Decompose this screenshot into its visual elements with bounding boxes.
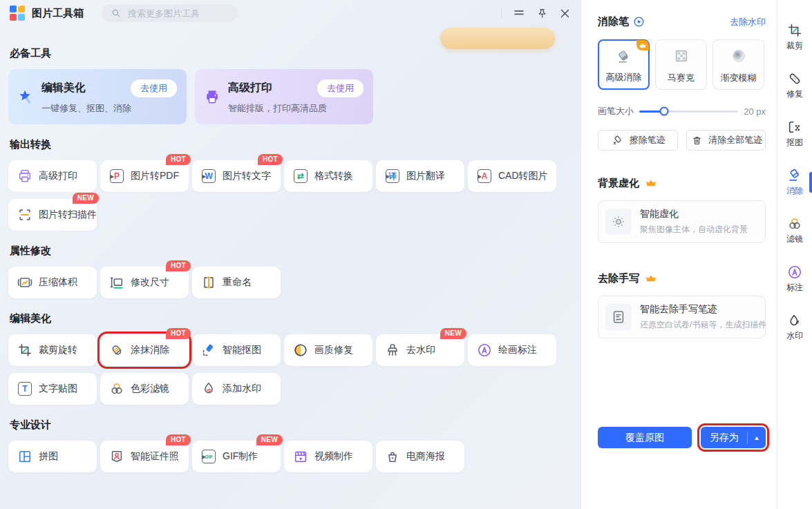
tool-button[interactable]: ⇄格式转换 xyxy=(284,160,372,192)
smart-blur-card[interactable]: 智能虚化聚焦图像主体，自动虚化背景 xyxy=(598,200,766,243)
tool-button[interactable]: 涂抹消除HOT xyxy=(100,334,189,366)
annotate-icon xyxy=(477,343,492,358)
tool-button[interactable]: 绘画标注 xyxy=(468,334,556,366)
menu-icon[interactable] xyxy=(513,7,525,19)
mode-card[interactable]: 马赛克 xyxy=(655,39,707,90)
hero-card-edit[interactable]: 编辑美化去使用一键修复、抠图、消除 xyxy=(8,69,187,124)
remove-handwriting-card[interactable]: 智能去除手写笔迹还原空白试卷/书籍等，生成扫描件 xyxy=(598,296,766,338)
pin-icon[interactable] xyxy=(536,8,548,19)
search-bar[interactable] xyxy=(102,4,238,22)
tool-button[interactable]: 修改尺寸HOT xyxy=(100,267,189,298)
text-icon: T xyxy=(17,381,32,396)
tool-button[interactable]: ▶W图片转文字HOT xyxy=(192,160,281,192)
card-subtitle: 聚焦图像主体，自动虚化背景 xyxy=(640,224,748,236)
clear-all-strokes-button[interactable]: 清除全部笔迹 xyxy=(686,130,766,151)
rail-item-label: 消除 xyxy=(786,185,803,197)
tool-button[interactable]: 图片转扫描件NEW xyxy=(8,199,97,231)
tool-label: 智能证件照 xyxy=(131,450,179,463)
printer-filled-icon xyxy=(205,89,220,104)
app-title: 图片工具箱 xyxy=(32,7,84,20)
tool-button[interactable]: 添加水印 xyxy=(192,373,281,405)
gif-icon: ▶GIF xyxy=(201,449,216,464)
mode-card[interactable]: 高级消除 xyxy=(598,39,650,90)
rail-item-抠图[interactable]: 抠图 xyxy=(777,113,812,155)
rail-item-水印[interactable]: 水印 xyxy=(777,307,812,348)
play-icon[interactable] xyxy=(633,16,645,28)
section-title: 专业设计 xyxy=(10,419,571,432)
rail-item-label: 滤镜 xyxy=(786,233,803,245)
erase-strokes-button[interactable]: 擦除笔迹 xyxy=(598,130,678,151)
erase-icon xyxy=(787,168,802,183)
rail-item-label: 裁剪 xyxy=(786,40,803,52)
panel-title: 消除笔 xyxy=(598,15,629,28)
advanced-erase-icon xyxy=(616,49,632,64)
overwrite-original-button[interactable]: 覆盖原图 xyxy=(598,427,692,448)
tool-label: 格式转换 xyxy=(314,170,353,182)
tool-label: 电商海报 xyxy=(406,450,445,463)
cad-icon: ▶A xyxy=(477,169,492,184)
tool-button[interactable]: 色彩滤镜 xyxy=(100,373,189,405)
tool-button[interactable]: ▶P图片转PDFHOT xyxy=(100,160,189,192)
rail-item-修复[interactable]: 修复 xyxy=(777,65,812,106)
trash-icon xyxy=(689,133,704,148)
tool-button[interactable]: 重命名 xyxy=(192,267,281,298)
crown-icon xyxy=(643,271,659,286)
use-now-button[interactable]: 去使用 xyxy=(317,79,363,97)
tool-button[interactable]: ▶ACAD转图片 xyxy=(468,160,556,192)
format-icon: ⇄ xyxy=(293,169,308,184)
tool-button[interactable]: 画质修复 xyxy=(284,334,372,366)
use-now-button[interactable]: 去使用 xyxy=(131,79,177,97)
badge-new: NEW xyxy=(73,193,99,204)
tool-button[interactable]: 裁剪旋转 xyxy=(8,334,97,366)
rail-item-标注[interactable]: 标注 xyxy=(777,258,812,300)
brush-size-slider[interactable] xyxy=(639,111,738,113)
tool-label: 画质修复 xyxy=(314,344,353,356)
tool-label: CAD转图片 xyxy=(498,170,548,182)
rail-item-滤镜[interactable]: 滤镜 xyxy=(777,210,812,251)
save-as-button[interactable]: 另存为▲ xyxy=(701,427,766,448)
mosaic-icon xyxy=(674,48,689,64)
pdf-icon: ▶P xyxy=(109,169,124,184)
rail-item-裁剪[interactable]: 裁剪 xyxy=(777,17,812,58)
tool-button[interactable]: 智能证件照HOT xyxy=(100,441,189,472)
dropdown-arrow-icon[interactable]: ▲ xyxy=(748,434,766,441)
crown-badge-icon xyxy=(636,40,649,50)
cutout-icon xyxy=(201,343,216,358)
close-icon[interactable] xyxy=(559,8,571,19)
tool-label: 重命名 xyxy=(223,276,252,289)
rail-item-label: 水印 xyxy=(786,330,803,342)
hero-title: 高级打印 xyxy=(228,81,272,95)
tool-button[interactable]: 去水印NEW xyxy=(376,334,464,366)
tool-button[interactable]: 电商海报 xyxy=(376,441,464,472)
tool-button[interactable]: 视频制作 xyxy=(284,441,372,472)
app-window: 图片工具箱 必备工具 编辑美化去使用一键修复、抠图、消除高级打印去使用智能排版，… xyxy=(0,0,812,509)
video-icon xyxy=(293,449,308,464)
repair-icon xyxy=(787,71,802,86)
dewatermark-link[interactable]: 去除水印 xyxy=(730,16,766,28)
tool-button[interactable]: 高级打印 xyxy=(8,160,97,192)
printer-icon xyxy=(17,169,32,184)
tool-button[interactable]: ▶译图片翻译 xyxy=(376,160,464,192)
rail-item-label: 标注 xyxy=(786,282,803,294)
badge-hot: HOT xyxy=(166,260,191,271)
tool-button[interactable]: 拼图 xyxy=(8,441,97,472)
mode-card[interactable]: 渐变模糊 xyxy=(712,39,764,90)
search-input[interactable] xyxy=(128,8,232,19)
slider-thumb[interactable] xyxy=(659,107,668,116)
card-subtitle: 还原空白试卷/书籍等，生成扫描件 xyxy=(640,319,766,331)
promo-banner[interactable] xyxy=(440,28,555,49)
section-title: 属性修改 xyxy=(10,244,571,258)
tool-button[interactable]: 压缩体积 xyxy=(8,267,97,298)
rail-item-消除[interactable]: 消除 xyxy=(777,162,812,203)
rename-icon xyxy=(201,275,216,290)
tool-button[interactable]: T文字贴图 xyxy=(8,373,97,405)
divider xyxy=(501,8,502,18)
hero-card-print[interactable]: 高级打印去使用智能排版，打印高清品质 xyxy=(195,69,373,124)
wipe-icon xyxy=(610,133,625,148)
tool-button[interactable]: 智能抠图 xyxy=(192,334,281,366)
compress-icon xyxy=(17,275,32,290)
section-title: 编辑美化 xyxy=(10,312,571,325)
app-logo-icon xyxy=(10,6,25,21)
badge-hot: HOT xyxy=(166,434,191,445)
tool-button[interactable]: ▶GIFGIF制作NEW xyxy=(192,441,281,472)
